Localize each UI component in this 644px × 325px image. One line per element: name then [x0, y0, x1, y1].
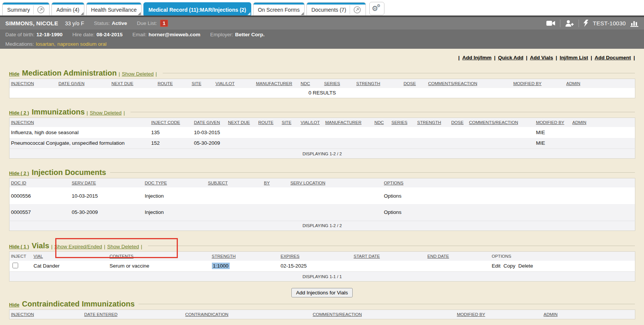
column-header-subject[interactable]: SUBJECT — [207, 178, 263, 188]
show-expired-ended-link[interactable]: Show Expired/Ended — [54, 244, 102, 249]
vial-select-checkbox[interactable] — [12, 263, 18, 268]
column-header-admin[interactable]: ADMIN — [542, 310, 635, 319]
column-header-route[interactable]: ROUTE — [257, 118, 280, 127]
column-header-dose[interactable]: DOSE — [402, 79, 427, 88]
column-header-manufacturer[interactable]: MANUFACTURER — [255, 79, 299, 88]
tab-on-screen-forms[interactable]: On Screen Forms — [253, 2, 305, 15]
column-header-vial-lot[interactable]: VIAL/LOT — [214, 79, 255, 88]
section-header: Hide ( 2 ) Injection Documents — [9, 168, 635, 177]
column-header-doc-id[interactable]: DOC ID — [9, 178, 70, 188]
column-header-strength[interactable]: STRENGTH — [416, 118, 450, 127]
cell-date-given: 10-03-2015 — [193, 127, 227, 138]
column-header-admin[interactable]: ADMIN — [571, 118, 635, 127]
document-row: 0000556 10-03-2015 Injection Options — [9, 187, 635, 204]
column-header-dose[interactable]: DOSE — [450, 118, 468, 127]
column-header-date-given[interactable]: DATE GIVEN — [193, 118, 227, 127]
tab-documents[interactable]: Documents (7) — [306, 2, 366, 15]
section-rule — [163, 73, 635, 73]
column-header-next-due[interactable]: NEXT DUE — [110, 79, 156, 88]
column-header-date-given[interactable]: DATE GIVEN — [57, 79, 110, 88]
pipe-separator: | — [104, 244, 106, 249]
section-title: Contraindicated Immunizations — [22, 300, 135, 308]
tab-medical-record[interactable]: Medical Record (11):MAR/Injections (2) — [143, 2, 251, 15]
column-header-injection[interactable]: INJECTION — [9, 118, 150, 127]
tab-divider — [33, 5, 34, 14]
show-deleted-link[interactable]: Show Deleted — [122, 71, 154, 77]
column-header-admin[interactable]: ADMIN — [565, 79, 635, 88]
column-header-modified-by[interactable]: MODIFIED BY — [512, 79, 565, 88]
column-header-strength[interactable]: STRENGTH — [210, 251, 279, 261]
column-header-comments-reaction[interactable]: COMMENTS/REACTION — [468, 118, 535, 127]
column-header-injection[interactable]: INJECTION — [9, 79, 57, 88]
column-header-series[interactable]: SERIES — [323, 79, 355, 88]
column-header-by[interactable]: BY — [263, 178, 289, 188]
options-link[interactable]: Options — [384, 209, 402, 215]
cell-injection: Pneumococcal Conjugate, unspecified form… — [9, 138, 150, 149]
add-injections-for-vials-button[interactable]: Add Injections for Vials — [291, 288, 352, 297]
due-list-label: Due List: — [137, 20, 157, 26]
column-header-contents[interactable]: CONTENTS — [108, 251, 210, 261]
due-list-count-badge[interactable]: 1 — [160, 20, 168, 27]
tab-health-surveillance[interactable]: Health Surveillance — [86, 2, 142, 15]
hide-link[interactable]: Hide ( 1 ) — [9, 244, 29, 249]
add-vials-link[interactable]: Add Vials — [530, 55, 553, 60]
column-header-serv-location[interactable]: SERV LOCATION — [289, 178, 383, 188]
tab-divider — [350, 5, 350, 14]
quick-add-link[interactable]: Quick Add — [498, 55, 523, 60]
hide-link[interactable]: Hide — [9, 302, 19, 308]
hide-link[interactable]: Hide — [9, 71, 19, 77]
column-header-site[interactable]: SITE — [280, 118, 299, 127]
add-document-link[interactable]: Add Document — [594, 55, 631, 60]
show-deleted-link[interactable]: Show Deleted — [90, 110, 121, 116]
column-header-injection[interactable]: INJECTION — [9, 310, 83, 319]
column-header-route[interactable]: ROUTE — [156, 79, 190, 88]
lightning-bolt-icon[interactable] — [583, 20, 588, 27]
column-header-comments-reaction[interactable]: COMMENTS/REACTION — [427, 79, 512, 88]
column-header-ndc[interactable]: NDC — [299, 79, 323, 88]
column-header-vial[interactable]: VIAL — [32, 251, 108, 261]
column-header-ndc[interactable]: NDC — [373, 118, 390, 127]
column-header-inject-code[interactable]: INJECT CODE — [150, 118, 193, 127]
column-header-start-date[interactable]: START DATE — [352, 251, 426, 261]
copy-link[interactable]: Copy — [504, 263, 516, 269]
column-header-manufacturer[interactable]: MANUFACTURER — [324, 118, 373, 127]
show-deleted-link[interactable]: Show Deleted — [107, 244, 139, 249]
column-header-comments-reaction[interactable]: COMMENTS/REACTION — [311, 310, 456, 319]
tab-documents-label: Documents (7) — [311, 7, 346, 13]
edit-link[interactable]: Edit — [492, 263, 501, 269]
hide-link[interactable]: Hide ( 2 ) — [9, 110, 29, 116]
column-header-date-entered[interactable]: DATE ENTERED — [83, 310, 184, 319]
tab-admin[interactable]: Admin (4) — [51, 2, 84, 15]
pipe-separator: | — [591, 55, 592, 60]
open-in-new-icon[interactable] — [353, 6, 361, 14]
medication-link[interactable]: naproxen sodium oral — [58, 41, 107, 47]
column-header-doc-type[interactable]: DOC TYPE — [143, 178, 207, 188]
medication-link[interactable]: losartan — [36, 41, 54, 47]
hide-link[interactable]: Hide ( 2 ) — [9, 171, 29, 176]
column-header-site[interactable]: SITE — [190, 79, 214, 88]
tab-summary[interactable]: Summary — [2, 2, 50, 15]
column-header-expires[interactable]: EXPIRES — [279, 251, 352, 261]
inj-imm-list-link[interactable]: Inj/Imm List — [560, 55, 588, 60]
settings-gear-button[interactable]: ⚙⚙ — [369, 2, 384, 15]
column-header-strength[interactable]: STRENGTH — [355, 79, 402, 88]
add-inj-imm-link[interactable]: Add Inj/Imm — [462, 55, 492, 60]
delete-link[interactable]: Delete — [518, 263, 533, 269]
column-header-contraindication[interactable]: CONTRAINDICATION — [184, 310, 311, 319]
column-header-modified-by[interactable]: MODIFIED BY — [456, 310, 542, 319]
column-header-vial-lot[interactable]: VIAL/LOT — [299, 118, 324, 127]
column-header-next-due[interactable]: NEXT DUE — [227, 118, 257, 127]
section-contraindicated-immunizations: Hide Contraindicated Immunizations INJEC… — [9, 300, 635, 319]
column-header-series[interactable]: SERIES — [390, 118, 416, 127]
column-header-end-date[interactable]: END DATE — [426, 251, 490, 261]
add-user-icon[interactable] — [565, 20, 574, 27]
video-camera-icon[interactable] — [546, 20, 555, 26]
options-link[interactable]: Options — [384, 193, 402, 199]
column-header-options[interactable]: OPTIONS — [383, 178, 635, 188]
column-header-serv-date[interactable]: SERV DATE — [70, 178, 143, 188]
bar-chart-icon[interactable] — [630, 20, 639, 27]
cell-injection: Influenza, high dose seasonal — [9, 127, 150, 138]
open-in-new-icon[interactable] — [37, 6, 45, 14]
column-header-modified-by[interactable]: MODIFIED BY — [535, 118, 571, 127]
section-title: Medication Administration — [22, 69, 117, 77]
